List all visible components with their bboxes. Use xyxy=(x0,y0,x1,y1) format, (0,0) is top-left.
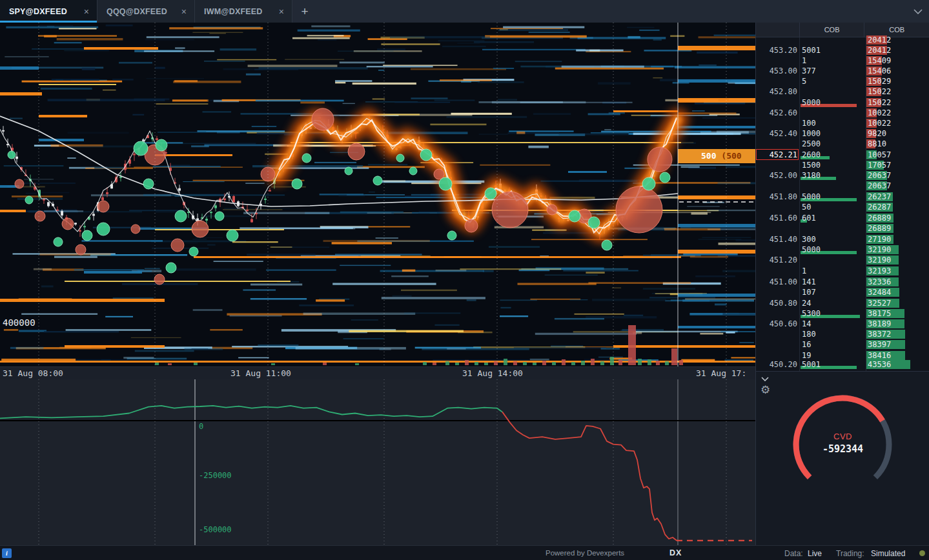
dom-body[interactable]: 20412453.20500120412115409453.0037715406… xyxy=(756,37,929,371)
dom-row[interactable]: 450.20500143536 xyxy=(756,359,929,370)
dom-row[interactable]: 452.6010022 xyxy=(756,108,929,118)
powered-by-label: Powered by Devexperts xyxy=(546,549,624,557)
chevron-down-icon[interactable] xyxy=(914,0,923,23)
dom-cum: 26889 xyxy=(868,223,928,234)
data-status-value: Live xyxy=(808,549,822,558)
dom-price: 451.40 xyxy=(756,234,797,245)
dom-size: 2500 xyxy=(802,139,864,149)
chevron-down-icon[interactable] xyxy=(761,372,769,384)
dom-row[interactable]: 451.0014132336 xyxy=(756,277,929,287)
dom-row[interactable]: 500032190 xyxy=(756,245,929,255)
dom-price: 452.00 xyxy=(756,170,797,181)
tab-bar: SPY@DXFEED × QQQ@DXFEED × IWM@DXFEED × + xyxy=(0,0,929,23)
dom-row[interactable]: 453.20500120412 xyxy=(756,45,929,55)
dom-cum: 15409 xyxy=(868,55,928,66)
dom-size: 3180 xyxy=(802,170,864,181)
dom-size: 24 xyxy=(802,298,864,308)
dom-row[interactable]: 25008810 xyxy=(756,139,929,149)
dom-row[interactable]: 5026287 xyxy=(756,202,929,212)
dom-cum: 43536 xyxy=(868,359,928,370)
dom-cum: 32193 xyxy=(868,266,928,276)
close-icon[interactable]: × xyxy=(77,7,89,16)
dom-price: 453.00 xyxy=(756,66,797,76)
trading-app: SPY@DXFEED × QQQ@DXFEED × IWM@DXFEED × +… xyxy=(0,0,929,560)
connection-status-dot xyxy=(919,550,925,556)
dom-size: 1 xyxy=(802,266,864,276)
dom-size: 1 xyxy=(802,55,864,66)
dom-size: 5000 xyxy=(802,245,864,255)
dom-cum: 15022 xyxy=(868,97,928,108)
dom-row[interactable]: 451.6060126889 xyxy=(756,213,929,223)
gear-icon[interactable]: ⚙ xyxy=(761,383,770,396)
dom-cum: 38372 xyxy=(868,329,928,339)
dom-size: 601 xyxy=(802,213,864,223)
dom-size: 180 xyxy=(802,329,864,339)
tab-label: SPY@DXFEED xyxy=(9,7,67,16)
dx-logo: DX xyxy=(669,548,682,557)
dom-row[interactable]: 452.4010009820 xyxy=(756,128,929,139)
dom-cum: 9820 xyxy=(868,128,928,139)
dom-cum: 38189 xyxy=(868,319,928,329)
cvd-gauge-panel: ⚙ CVD -592344 xyxy=(755,371,929,545)
dom-size: 100 xyxy=(802,118,864,128)
dom-row[interactable]: 530038175 xyxy=(756,308,929,319)
dom-size: 5000 xyxy=(802,192,864,202)
dom-size: 5000 xyxy=(802,97,864,108)
close-icon[interactable]: × xyxy=(272,7,284,16)
svg-text:500 (500: 500 (500 xyxy=(701,151,742,161)
dom-cum: 10022 xyxy=(868,118,928,128)
close-icon[interactable]: × xyxy=(175,7,187,16)
dom-price: 450.80 xyxy=(756,298,797,308)
dom-row[interactable]: 452.00318020637 xyxy=(756,170,929,181)
dom-row[interactable]: 10732484 xyxy=(756,287,929,297)
dom-price: 453.20 xyxy=(756,45,797,55)
dom-row[interactable]: 20412 xyxy=(756,35,929,45)
dom-row[interactable]: 20637 xyxy=(756,181,929,191)
tab-iwm-dxfeed[interactable]: IWM@DXFEED × xyxy=(195,0,292,23)
tab-spy-dxfeed[interactable]: SPY@DXFEED × xyxy=(0,0,97,23)
tab-label: IWM@DXFEED xyxy=(204,7,263,16)
dom-row[interactable]: 115409 xyxy=(756,55,929,66)
dom-cum: 32336 xyxy=(868,277,928,287)
dom-row[interactable]: 515029 xyxy=(756,76,929,86)
heatmap-chart[interactable]: 500 (500400000 xyxy=(0,23,755,366)
dom-price: 451.20 xyxy=(756,255,797,265)
dom-price: 450.20 xyxy=(756,359,797,370)
dom-row[interactable]: 150017057 xyxy=(756,160,929,170)
dom-cum: 20637 xyxy=(868,170,928,181)
svg-text:0: 0 xyxy=(199,422,203,431)
info-icon[interactable]: i xyxy=(2,548,12,558)
dom-row[interactable]: 1638397 xyxy=(756,339,929,350)
dom-row[interactable]: 452.8015022 xyxy=(756,86,929,97)
dom-row[interactable]: 452.21260010057 xyxy=(756,150,929,160)
tab-qqq-dxfeed[interactable]: QQQ@DXFEED × xyxy=(97,0,195,23)
dom-cum: 20412 xyxy=(868,35,928,45)
cvd-panel[interactable]: 0-250000-500000 xyxy=(0,379,755,545)
dom-row[interactable]: 450.802432527 xyxy=(756,298,929,308)
dom-cum: 26237 xyxy=(868,192,928,202)
dom-cum: 15022 xyxy=(868,86,928,97)
dom-row[interactable]: 10010022 xyxy=(756,118,929,128)
dom-cum: 20412 xyxy=(868,45,928,55)
dom-price: 451.80 xyxy=(756,192,797,202)
dom-size: 300 xyxy=(802,234,864,245)
dom-size: 107 xyxy=(802,287,864,297)
gauge-label: CVD xyxy=(756,432,929,441)
add-tab-button[interactable]: + xyxy=(292,0,317,23)
dom-cum: 26287 xyxy=(868,202,928,212)
dom-row[interactable]: 18038372 xyxy=(756,329,929,339)
dom-row[interactable]: 26889 xyxy=(756,223,929,234)
time-axis[interactable]: 31 Aug 08:0031 Aug 11:0031 Aug 14:0031 A… xyxy=(0,366,755,379)
dom-row[interactable]: 451.80500026237 xyxy=(756,192,929,202)
dom-row[interactable]: 451.4030027190 xyxy=(756,234,929,245)
dom-row[interactable]: 453.0037715406 xyxy=(756,66,929,76)
dom-price: 452.40 xyxy=(756,128,797,139)
svg-text:-250000: -250000 xyxy=(199,471,232,480)
svg-text:400000: 400000 xyxy=(3,317,36,328)
dom-row[interactable]: 500015022 xyxy=(756,97,929,108)
dom-row[interactable]: 132193 xyxy=(756,266,929,276)
dom-row[interactable]: 450.601438189 xyxy=(756,319,929,329)
dom-cum: 10022 xyxy=(868,108,928,118)
dom-row[interactable]: 451.2032190 xyxy=(756,255,929,265)
dom-cum: 26889 xyxy=(868,213,928,223)
